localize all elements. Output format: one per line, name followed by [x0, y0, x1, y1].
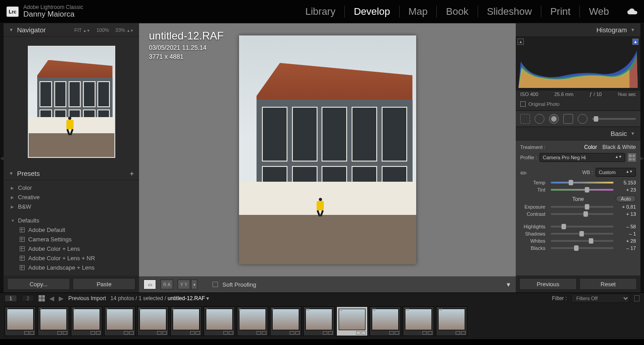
left-panel-toggle[interactable]: ◀: [0, 23, 4, 293]
filmstrip-thumb[interactable]: 3: [71, 306, 102, 336]
mask-tool-icon[interactable]: [563, 114, 573, 124]
navigator-preview[interactable]: [4, 37, 139, 167]
module-map[interactable]: Map: [400, 6, 437, 17]
blacks-slider[interactable]: [551, 247, 614, 249]
temp-value[interactable]: 5.153: [616, 180, 636, 185]
module-library[interactable]: Library: [296, 6, 345, 17]
preset-group-creative[interactable]: ▶Creative: [4, 192, 139, 202]
spot-removal-icon[interactable]: [535, 114, 544, 124]
toolbar-options-dropdown[interactable]: ▼: [505, 281, 511, 288]
grid-view-icon[interactable]: [39, 295, 45, 301]
original-photo-row[interactable]: Original Photo: [516, 100, 640, 111]
cloud-sync-icon[interactable]: [627, 8, 638, 15]
paste-button[interactable]: Paste: [73, 278, 135, 290]
preset-item[interactable]: Adobe Color + Lens + NR: [4, 253, 139, 263]
right-panel-toggle[interactable]: ▶: [640, 23, 644, 293]
image-canvas[interactable]: untitled-12.RAF 03/05/2021 11.25.14 3771…: [139, 23, 516, 276]
filmstrip-thumb[interactable]: 4: [104, 306, 135, 336]
histogram-box[interactable]: ▲ ▲: [516, 37, 640, 91]
treatment-bw[interactable]: Black & White: [602, 144, 636, 150]
filmstrip-thumb[interactable]: 6: [170, 306, 202, 336]
tint-value[interactable]: + 23: [616, 187, 636, 192]
app-logo: Lrc: [6, 6, 19, 17]
highlight-clipping-icon[interactable]: ▲: [632, 39, 639, 45]
preset-item[interactable]: Adobe Color + Lens: [4, 244, 139, 253]
preset-item[interactable]: Camera Settings: [4, 235, 139, 244]
redeye-tool-icon[interactable]: [549, 114, 559, 124]
radial-tool-icon[interactable]: [578, 114, 587, 124]
add-preset-button[interactable]: +: [130, 170, 134, 177]
wb-select[interactable]: Custom ▲▼: [596, 168, 636, 177]
filmstrip-thumb[interactable]: 1: [4, 306, 36, 336]
presets-header[interactable]: ▼ Presets +: [4, 167, 139, 180]
filmstrip-thumb[interactable]: 8: [237, 306, 268, 336]
basic-panel: Treatment : Color Black & White Profile …: [516, 140, 640, 275]
original-photo-checkbox[interactable]: [520, 101, 526, 107]
module-book[interactable]: Book: [437, 6, 478, 17]
contrast-value[interactable]: + 13: [616, 211, 636, 217]
module-web[interactable]: Web: [580, 6, 618, 17]
module-slideshow[interactable]: Slideshow: [478, 6, 541, 17]
filmstrip-thumb[interactable]: 9: [270, 306, 301, 336]
nav-back-icon[interactable]: ◀: [49, 295, 54, 302]
filmstrip-thumb[interactable]: 13: [403, 306, 434, 336]
module-develop[interactable]: Develop: [345, 6, 400, 17]
reset-button[interactable]: Reset: [579, 278, 637, 290]
filter-lock-icon[interactable]: [634, 295, 640, 301]
contrast-slider[interactable]: [551, 213, 614, 215]
shadows-value[interactable]: – 1: [616, 231, 636, 236]
zoom-33[interactable]: 33% ▲▼: [115, 27, 134, 33]
eyedropper-icon[interactable]: ✎: [518, 164, 535, 181]
crop-tool-icon[interactable]: [520, 114, 530, 124]
filmstrip-thumb[interactable]: 12: [370, 306, 401, 336]
whites-slider[interactable]: [551, 240, 614, 242]
before-after-split-button[interactable]: ▾: [191, 279, 197, 289]
blacks-value[interactable]: – 17: [616, 245, 636, 251]
preset-group-color[interactable]: ▶Color: [4, 183, 139, 192]
soft-proof-checkbox[interactable]: [213, 282, 218, 287]
tint-slider[interactable]: [551, 189, 614, 191]
exposure-slider[interactable]: [551, 206, 614, 208]
copy-button[interactable]: Copy...: [7, 278, 70, 290]
highlights-value[interactable]: – 58: [616, 224, 636, 229]
before-after-lr-button[interactable]: R A: [161, 279, 173, 289]
zoom-100[interactable]: 100%: [96, 27, 109, 33]
highlights-slider[interactable]: [551, 226, 614, 227]
basic-header[interactable]: Basic ▼: [516, 127, 640, 140]
filmstrip-thumb[interactable]: 14: [436, 306, 467, 336]
monitor-2-button[interactable]: 2: [22, 295, 34, 302]
filmstrip-thumb[interactable]: 5: [137, 306, 169, 336]
zoom-fit[interactable]: FIT ▲▼: [74, 27, 90, 33]
filmstrip-thumb[interactable]: 7: [204, 306, 235, 336]
navigator-header[interactable]: ▼ Navigator FIT ▲▼ 100% 33% ▲▼: [4, 23, 139, 37]
auto-tone-button[interactable]: Auto: [616, 195, 636, 202]
filmstrip[interactable]: 1234567891011121314: [0, 303, 644, 339]
product-line: Adobe Lightroom Classic: [23, 4, 83, 10]
loupe-view-button[interactable]: ▭: [144, 279, 156, 289]
current-file[interactable]: untitled-12.RAF: [168, 295, 205, 301]
module-picker: Library Develop Map Book Slideshow Print…: [296, 6, 638, 17]
filmstrip-thumb[interactable]: 10: [303, 306, 335, 336]
whites-value[interactable]: + 28: [616, 238, 636, 244]
source-label[interactable]: Previous Import: [68, 295, 106, 301]
shadow-clipping-icon[interactable]: ▲: [518, 39, 524, 45]
filmstrip-thumb[interactable]: 2: [38, 306, 69, 336]
preset-group-bw[interactable]: ▶B&W: [4, 202, 139, 211]
filmstrip-thumb[interactable]: 11: [336, 306, 368, 336]
preset-group-defaults[interactable]: ▼Defaults: [4, 216, 139, 225]
previous-button[interactable]: Previous: [519, 278, 577, 290]
temp-slider[interactable]: [551, 182, 614, 183]
shadows-slider[interactable]: [551, 233, 614, 235]
filter-select[interactable]: Filters Off: [571, 294, 630, 303]
treatment-color[interactable]: Color: [584, 144, 597, 150]
histogram-header[interactable]: Histogram ▼: [516, 23, 640, 37]
monitor-1-button[interactable]: 1: [4, 295, 17, 302]
preset-item[interactable]: Adobe Default: [4, 225, 139, 235]
preset-item[interactable]: Adobe Landscape + Lens: [4, 263, 139, 272]
nav-forward-icon[interactable]: ▶: [59, 295, 64, 302]
module-print[interactable]: Print: [541, 6, 580, 17]
before-after-tb-button[interactable]: Y Y: [178, 279, 190, 289]
profile-browser-icon[interactable]: [628, 153, 636, 162]
profile-select[interactable]: Camera Pro Neg Hi ▲▼: [540, 153, 625, 162]
exposure-value[interactable]: + 0,81: [616, 204, 636, 210]
